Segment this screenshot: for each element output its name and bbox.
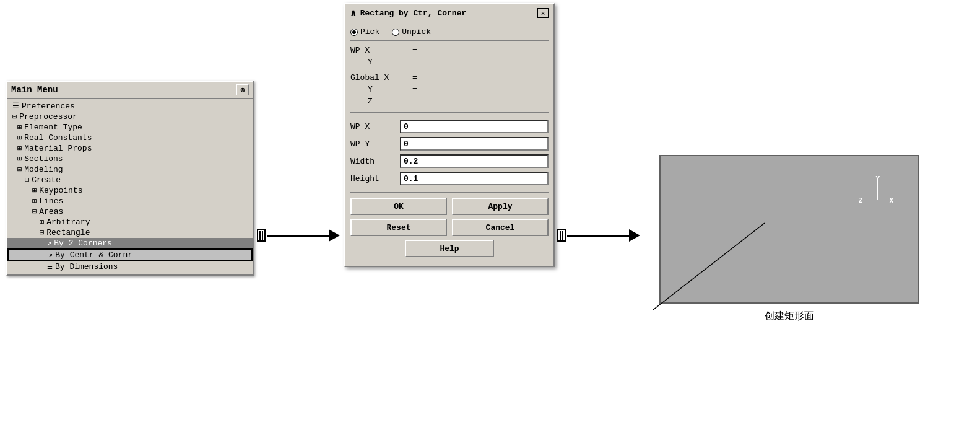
wpy-eq: = (412, 58, 425, 67)
real-constants-label: Real Constants (24, 133, 92, 143)
sidebar-item-keypoints[interactable]: ⊞ Keypoints (7, 185, 253, 196)
unpick-label: Unpick (402, 27, 431, 37)
help-row: Help (350, 240, 549, 257)
dialog-close-button[interactable]: ✕ (537, 8, 549, 18)
globaly-coord-row: Y = (350, 84, 549, 95)
sidebar-item-preprocessor[interactable]: ⊟ Preprocessor (7, 112, 253, 122)
sidebar-item-byDimensions[interactable]: ☰ By Dimensions (7, 261, 253, 272)
sidebar-item-material-props[interactable]: ⊞ Material Props (7, 143, 253, 154)
sidebar-item-areas[interactable]: ⊟ Areas (7, 206, 253, 217)
arrow-2-shaft (567, 235, 629, 237)
wpy-input[interactable] (400, 137, 549, 151)
width-input[interactable] (400, 154, 549, 168)
arrow-2-vlines (560, 231, 563, 240)
arrow-vline-1 (259, 231, 261, 240)
lines-icon: ⊞ (32, 196, 37, 206)
pick-radio[interactable] (350, 29, 358, 36)
sections-label: Sections (24, 154, 63, 164)
create-icon: ⊟ (25, 175, 29, 185)
dialog-body: Pick Unpick WP X = Y = Global X = Y (345, 22, 553, 266)
sidebar-item-real-constants[interactable]: ⊞ Real Constants (7, 133, 253, 143)
by2corners-label: By 2 Corners (54, 239, 112, 248)
element-type-label: Element Type (24, 123, 82, 132)
height-input[interactable] (400, 172, 549, 185)
arrow-vline-2 (262, 231, 263, 240)
sidebar-item-create[interactable]: ⊟ Create (7, 175, 253, 185)
wpy-coord-row: Y = (350, 56, 549, 68)
svg-line-0 (653, 223, 765, 310)
arrow-2-vline-2 (562, 231, 563, 240)
arbitrary-label: Arbitrary (46, 217, 90, 227)
globalx-coord-row: Global X = (350, 72, 549, 84)
keypoints-label: Keypoints (39, 186, 82, 195)
rectangle-label: Rectangle (46, 228, 90, 237)
pick-radio-label[interactable]: Pick (350, 27, 379, 37)
wpx-input-row: WP X (350, 118, 549, 135)
sections-icon: ⊞ (17, 154, 22, 164)
reset-button[interactable]: Reset (350, 219, 447, 236)
globalz-eq: = (412, 97, 425, 106)
help-button[interactable]: Help (405, 240, 494, 257)
cancel-button[interactable]: Cancel (452, 219, 549, 236)
dialog-titlebar: ∧ Rectang by Ctr, Corner ✕ (345, 4, 553, 22)
arrow-1-vlines (259, 231, 263, 240)
arrow-2-left-block (557, 229, 566, 242)
pick-radio-dot (352, 30, 356, 34)
reset-cancel-row: Reset Cancel (350, 219, 549, 236)
preferences-icon: ☰ (12, 102, 19, 111)
arrow-2 (557, 229, 640, 242)
width-input-row: Width (350, 152, 549, 170)
axis-x-label: X (889, 196, 893, 204)
globalx-coord-label: Global X (350, 73, 412, 82)
unpick-radio[interactable] (392, 29, 399, 36)
width-input-label: Width (350, 157, 400, 166)
sidebar-item-bycenterCorner[interactable]: ↗ By Centr & Cornr (7, 248, 253, 261)
menu-content: ☰ Preferences ⊟ Preprocessor ⊞ Element T… (7, 99, 253, 274)
sidebar-item-element-type[interactable]: ⊞ Element Type (7, 122, 253, 133)
axis-x-line (853, 200, 878, 200)
sidebar-item-rectangle[interactable]: ⊟ Rectangle (7, 227, 253, 238)
globaly-coord-label: Y (350, 85, 412, 94)
arrow-2-head (629, 229, 640, 242)
lines-label: Lines (39, 196, 63, 206)
arrow-1-head (329, 229, 340, 242)
sidebar-item-lines[interactable]: ⊞ Lines (7, 196, 253, 206)
create-label: Create (32, 175, 61, 185)
unpick-radio-label[interactable]: Unpick (392, 27, 431, 37)
areas-label: Areas (39, 207, 63, 216)
wpx-coord-label: WP X (350, 46, 412, 55)
arrow-2-vline-1 (560, 231, 561, 240)
areas-icon: ⊟ (32, 207, 37, 216)
sidebar-item-modeling[interactable]: ⊟ Modeling (7, 164, 253, 175)
wpx-coord-row: WP X = (350, 45, 549, 56)
keypoints-icon: ⊞ (32, 186, 37, 195)
menu-title: Main Menu (11, 85, 58, 95)
arrow-2-body (557, 229, 640, 242)
modeling-icon: ⊟ (17, 165, 22, 174)
preprocessor-label: Preprocessor (19, 112, 77, 121)
by2corners-icon: ↗ (47, 239, 51, 248)
material-props-icon: ⊞ (17, 144, 22, 153)
height-input-row: Height (350, 170, 549, 187)
wpx-input[interactable] (400, 120, 549, 133)
real-constants-icon: ⊞ (17, 133, 22, 143)
rectangle-icon: ⊟ (40, 228, 44, 237)
material-props-label: Material Props (24, 144, 92, 153)
sidebar-item-by2corners[interactable]: ↗ By 2 Corners (7, 238, 253, 248)
arbitrary-icon: ⊞ (40, 217, 44, 227)
ok-button[interactable]: OK (350, 198, 447, 215)
wpx-eq: = (412, 46, 425, 55)
coord-display-section: WP X = Y = Global X = Y = Z = (350, 45, 549, 113)
globalz-coord-row: Z = (350, 95, 549, 107)
menu-collapse-btn[interactable]: ⊗ (236, 84, 249, 95)
preferences-label: Preferences (22, 102, 75, 111)
sidebar-item-arbitrary[interactable]: ⊞ Arbitrary (7, 217, 253, 227)
annotation-text: 创建矩形面 (765, 310, 814, 321)
wpy-input-label: WP Y (350, 139, 400, 149)
apply-button[interactable]: Apply (452, 198, 549, 215)
preprocessor-icon: ⊟ (12, 112, 17, 121)
wpy-coord-label: Y (350, 58, 412, 67)
dialog-title: Rectang by Ctr, Corner (360, 9, 467, 18)
sidebar-item-preferences[interactable]: ☰ Preferences (7, 101, 253, 112)
sidebar-item-sections[interactable]: ⊞ Sections (7, 154, 253, 164)
